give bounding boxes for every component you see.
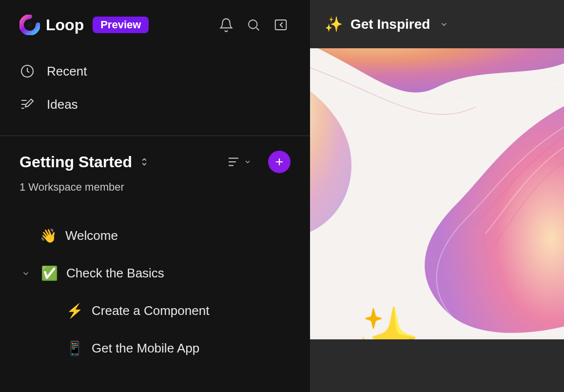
svg-point-0 [27,22,32,27]
logo[interactable]: Loop Preview [19,15,149,35]
search-icon [246,18,261,32]
top-bar: Loop Preview [0,0,310,45]
clock-icon [19,63,35,79]
page-label: Get the Mobile App [92,341,199,356]
nav-section: Recent Ideas [0,45,310,136]
chevron-down-icon [440,20,448,29]
panel-collapse-icon [273,18,288,32]
list-icon [226,155,241,169]
preview-badge: Preview [93,17,149,33]
page-label: Create a Component [92,303,209,318]
sidebar: Loop Preview Recent Ideas Getting Starte… [0,0,310,392]
page-item-check-basics[interactable]: ✅ Check the Basics [19,255,291,291]
nav-label: Ideas [47,97,78,112]
app-name: Loop [46,16,84,34]
bell-icon [219,18,233,32]
nav-item-ideas[interactable]: Ideas [19,88,291,121]
search-button[interactable] [244,15,263,35]
expand-toggle[interactable] [21,268,32,279]
content-panel: ✨ Get Inspired [310,0,564,392]
page-item-welcome[interactable]: 👋 Welcome [19,218,291,254]
sort-button[interactable] [226,155,252,169]
collapse-sidebar-button[interactable] [271,15,291,35]
chevron-updown-icon [139,157,150,167]
chevron-down-icon [21,269,30,278]
workspace-header: Getting Started [19,151,291,173]
plus-icon [273,156,285,168]
loop-logo-icon [19,15,40,35]
notifications-button[interactable] [216,15,236,35]
wave-icon: 👋 [40,228,57,244]
svg-point-1 [249,20,257,29]
workspace-subtitle: 1 Workspace member [19,181,291,194]
breadcrumb[interactable]: ✨ Get Inspired [310,0,564,48]
check-icon: ✅ [41,265,58,281]
workspace-section: Getting Started 1 Workspace member 👋 Wel… [0,136,310,392]
page-emoji-overlay: ✨ [347,308,420,339]
page-label: Welcome [65,228,118,243]
page-item-mobile-app[interactable]: 📱 Get the Mobile App [19,331,291,366]
chevron-down-icon [244,158,252,166]
nav-label: Recent [47,64,87,79]
mobile-icon: 📱 [66,340,83,356]
cover-image: ✨ [310,48,564,339]
page-label: Check the Basics [66,266,164,281]
pen-lines-icon [19,97,35,112]
add-page-button[interactable] [268,151,291,173]
page-tree: 👋 Welcome ✅ Check the Basics ⚡ Create a … [19,218,291,366]
page-item-create-component[interactable]: ⚡ Create a Component [19,293,291,329]
lightning-icon: ⚡ [66,303,83,319]
content-body [310,339,564,392]
workspace-switcher[interactable] [139,157,150,167]
workspace-title[interactable]: Getting Started [19,153,132,171]
page-title: Get Inspired [350,17,430,32]
marble-texture [310,48,564,339]
sparkles-icon: ✨ [325,16,343,33]
nav-item-recent[interactable]: Recent [19,55,291,88]
